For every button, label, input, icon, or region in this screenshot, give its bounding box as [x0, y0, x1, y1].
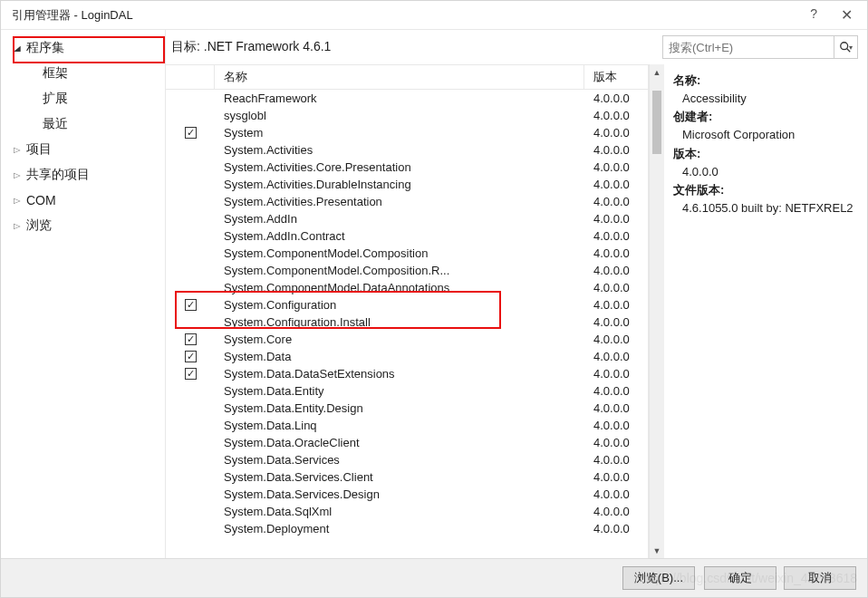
sidebar-item-projects[interactable]: ▷ 项目 — [5, 137, 165, 162]
search-icon[interactable]: ▾ — [834, 36, 857, 58]
chevron-right-icon: ▷ — [14, 222, 26, 230]
toolbar: 目标: .NET Framework 4.6.1 ▾ — [166, 30, 867, 64]
column-name[interactable]: 名称 — [215, 65, 584, 89]
row-checkbox[interactable] — [166, 526, 215, 533]
row-checkbox[interactable]: ✓ — [166, 347, 215, 366]
row-checkbox[interactable] — [166, 457, 215, 464]
sidebar-item-label: 浏览 — [26, 217, 52, 234]
assembly-list: 名称 版本 ReachFramework4.0.0.0sysglobl4.0.0… — [166, 64, 649, 558]
row-checkbox[interactable] — [166, 164, 215, 171]
row-checkbox[interactable] — [166, 508, 215, 516]
detail-creator-label: 创建者: — [673, 110, 712, 123]
sidebar-item-label: 项目 — [26, 141, 52, 158]
sidebar-item-assemblies[interactable]: ◢ 程序集 — [5, 35, 165, 61]
row-checkbox[interactable] — [166, 216, 215, 223]
row-checkbox[interactable]: ✓ — [166, 295, 215, 314]
window-title: 引用管理器 - LoginDAL — [12, 7, 806, 24]
sidebar-item-label: COM — [26, 193, 56, 207]
detail-fileversion-label: 文件版本: — [673, 183, 724, 197]
scroll-thumb[interactable] — [652, 91, 661, 154]
detail-version-label: 版本: — [673, 147, 700, 160]
row-checkbox[interactable]: ✓ — [166, 330, 215, 349]
scroll-track[interactable] — [650, 80, 664, 543]
sidebar-item-label: 程序集 — [26, 40, 64, 56]
row-checkbox[interactable] — [166, 267, 215, 275]
row-checkbox[interactable] — [166, 112, 215, 120]
detail-name-label: 名称: — [673, 73, 700, 87]
browse-button[interactable]: 浏览(B)... — [622, 566, 695, 590]
sidebar-item-label: 扩展 — [43, 91, 68, 107]
row-checkbox[interactable] — [166, 95, 215, 102]
search-input[interactable] — [663, 41, 834, 54]
sidebar-item-browse[interactable]: ▷ 浏览 — [5, 213, 165, 238]
row-checkbox[interactable] — [166, 422, 215, 429]
sidebar: ◢ 程序集 框架 扩展 最近 ▷ 项目 ▷ 共享的项目 ▷ COM — [5, 30, 166, 558]
chevron-right-icon: ▷ — [14, 146, 26, 154]
sidebar-item-label: 框架 — [43, 65, 68, 82]
row-checkbox[interactable] — [166, 250, 215, 257]
titlebar: 引用管理器 - LoginDAL ? ✕ — [1, 1, 867, 30]
detail-fileversion-value: 4.6.1055.0 built by: NETFXREL2 — [673, 199, 858, 217]
search-box[interactable]: ▾ — [662, 35, 858, 59]
sidebar-item-shared-projects[interactable]: ▷ 共享的项目 — [5, 162, 165, 188]
row-checkbox[interactable] — [166, 439, 215, 447]
row-checkbox[interactable] — [166, 319, 215, 326]
row-checkbox[interactable]: ✓ — [166, 364, 215, 383]
svg-point-0 — [841, 43, 848, 50]
ok-button[interactable]: 确定 — [704, 566, 776, 590]
list-header: 名称 版本 — [166, 64, 648, 90]
chevron-right-icon: ▷ — [14, 197, 26, 205]
column-version[interactable]: 版本 — [584, 65, 648, 89]
row-checkbox[interactable] — [166, 474, 215, 481]
scrollbar[interactable]: ▲ ▼ — [649, 64, 664, 558]
row-checkbox[interactable] — [166, 233, 215, 240]
sidebar-item-com[interactable]: ▷ COM — [5, 188, 165, 213]
chevron-down-icon: ◢ — [14, 44, 26, 53]
sidebar-item-label: 共享的项目 — [26, 167, 90, 183]
close-button[interactable]: ✕ — [837, 5, 856, 25]
detail-name-value: Accessibility — [673, 90, 858, 108]
sidebar-item-extensions[interactable]: 扩展 — [5, 86, 165, 111]
target-framework-label: 目标: .NET Framework 4.6.1 — [171, 39, 655, 55]
sidebar-item-framework[interactable]: 框架 — [5, 61, 165, 86]
column-check[interactable] — [166, 65, 215, 89]
row-checkbox[interactable] — [166, 181, 215, 188]
sidebar-item-label: 最近 — [43, 116, 68, 132]
help-button[interactable]: ? — [806, 5, 821, 25]
row-checkbox[interactable]: ✓ — [166, 123, 215, 142]
row-checkbox[interactable] — [166, 491, 215, 498]
detail-creator-value: Microsoft Corporation — [673, 126, 858, 144]
chevron-right-icon: ▷ — [14, 171, 26, 179]
row-checkbox[interactable] — [166, 405, 215, 412]
sidebar-item-recent[interactable]: 最近 — [5, 111, 165, 137]
row-checkbox[interactable] — [166, 285, 215, 292]
details-pane: 名称: Accessibility 创建者: Microsoft Corpora… — [664, 64, 867, 558]
cancel-button[interactable]: 取消 — [784, 566, 856, 590]
row-checkbox[interactable] — [166, 388, 215, 395]
footer: 浏览(B)... 确定 取消 — [1, 558, 867, 597]
row-checkbox[interactable] — [166, 147, 215, 154]
scroll-up-icon[interactable]: ▲ — [650, 64, 664, 80]
detail-version-value: 4.0.0.0 — [673, 163, 858, 181]
row-checkbox[interactable] — [166, 198, 215, 206]
row-name: System.Deployment — [215, 518, 584, 539]
row-version: 4.0.0.0 — [584, 518, 648, 539]
table-row[interactable]: System.Deployment4.0.0.0 — [166, 520, 648, 537]
scroll-down-icon[interactable]: ▼ — [650, 543, 664, 558]
